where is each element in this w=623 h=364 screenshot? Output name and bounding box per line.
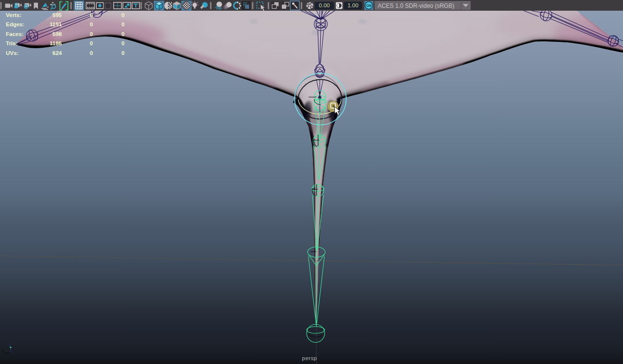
svg-text:1.00: 1.00 [348, 2, 358, 8]
svg-text:ON: ON [366, 4, 371, 7]
svg-text:ACES 1.0 SDR-video (sRGB): ACES 1.0 SDR-video (sRGB) [378, 2, 454, 9]
svg-text:z: z [9, 342, 12, 347]
svg-text:x: x [1, 348, 4, 353]
svg-text:0.00: 0.00 [319, 2, 330, 8]
